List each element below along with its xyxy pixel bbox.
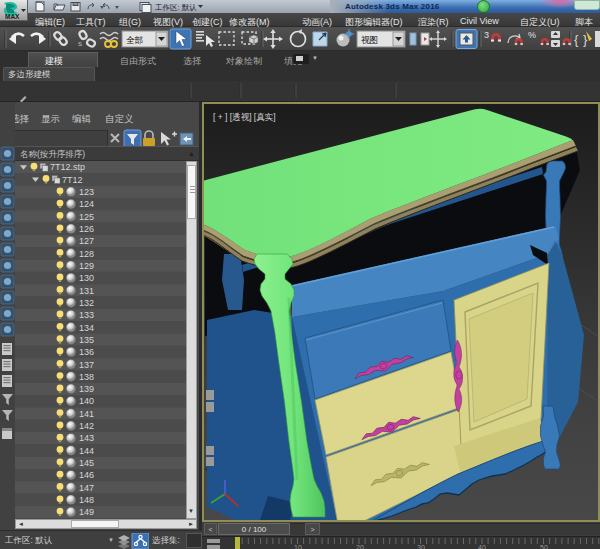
svg-text:147: 147 [79,483,94,493]
svg-text:135: 135 [79,335,94,345]
svg-text:138: 138 [79,372,94,382]
svg-text:7T12: 7T12 [62,175,83,185]
svg-text:全部: 全部 [126,35,143,45]
svg-text:129: 129 [79,261,94,271]
svg-text:{: { [574,32,579,47]
svg-text:50: 50 [540,544,548,549]
svg-text:148: 148 [79,495,94,505]
svg-text:工作区: 默认: 工作区: 默认 [155,3,197,12]
svg-text:130: 130 [79,273,94,283]
svg-text:126: 126 [79,224,94,234]
svg-text:136: 136 [79,347,94,357]
svg-text:134: 134 [79,323,94,333]
svg-text:139: 139 [79,384,94,394]
svg-text:3: 3 [484,30,489,40]
svg-text:125: 125 [79,212,94,222]
svg-text:143: 143 [79,433,94,443]
svg-text:视图: 视图 [361,35,378,45]
svg-text:146: 146 [79,470,94,480]
svg-text:%: % [528,30,536,40]
svg-text:7T12.stp: 7T12.stp [50,162,85,172]
svg-text:128: 128 [79,249,94,259]
svg-text:131: 131 [79,286,94,296]
svg-text:40: 40 [478,544,486,549]
svg-text:S: S [78,41,82,47]
svg-text:142: 142 [79,421,94,431]
svg-text:124: 124 [79,199,94,209]
svg-text:123: 123 [79,187,94,197]
svg-text:141: 141 [79,409,94,419]
svg-text:137: 137 [79,360,94,370]
svg-text:133: 133 [79,310,94,320]
svg-text:10: 10 [294,544,302,549]
svg-text:149: 149 [79,507,94,517]
svg-text:140: 140 [79,396,94,406]
svg-text:145: 145 [79,458,94,468]
svg-text:132: 132 [79,298,94,308]
svg-text:144: 144 [79,446,94,456]
svg-text:20: 20 [356,544,364,549]
svg-text:127: 127 [79,236,94,246]
svg-text:MAX: MAX [5,13,20,20]
svg-text:30: 30 [417,544,425,549]
